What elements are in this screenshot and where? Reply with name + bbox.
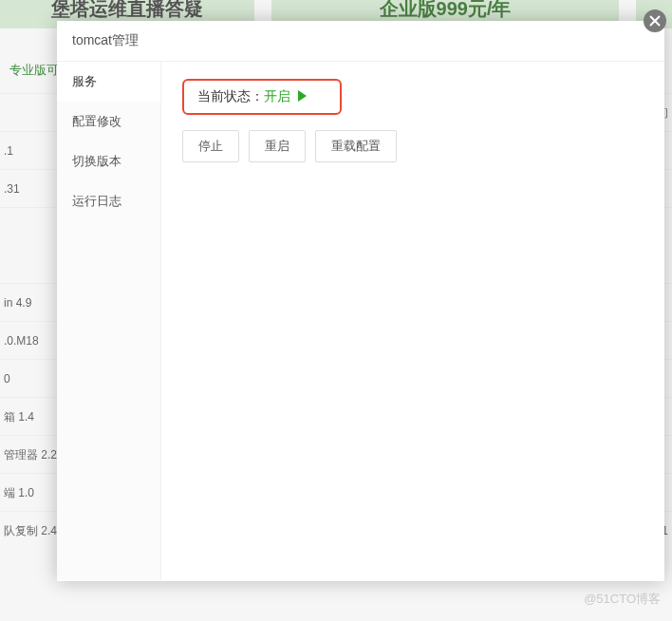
stop-button[interactable]: 停止 [182, 130, 239, 162]
sidebar-item-service[interactable]: 服务 [57, 62, 160, 102]
modal-title: tomcat管理 [57, 21, 664, 62]
close-icon [649, 15, 661, 27]
background-subhead: 专业版可 [9, 62, 59, 79]
reload-button[interactable]: 重载配置 [315, 130, 397, 162]
close-button[interactable] [644, 9, 666, 32]
status-prefix: 当前状态： [197, 88, 264, 104]
status-box: 当前状态：开启 [182, 79, 342, 115]
modal-sidebar: 服务 配置修改 切换版本 运行日志 [57, 62, 161, 580]
sidebar-item-config[interactable]: 配置修改 [57, 102, 160, 141]
tomcat-modal: tomcat管理 服务 配置修改 切换版本 运行日志 当前状态：开启 停止 重启… [57, 21, 664, 581]
watermark: @51CTO博客 [584, 591, 661, 608]
modal-panel: 当前状态：开启 停止 重启 重载配置 [161, 62, 664, 580]
status-value: 开启 [264, 88, 290, 104]
sidebar-item-version[interactable]: 切换版本 [57, 141, 160, 181]
button-row: 停止 重启 重载配置 [182, 130, 644, 162]
play-icon [298, 90, 307, 102]
sidebar-item-logs[interactable]: 运行日志 [57, 181, 160, 221]
restart-button[interactable]: 重启 [249, 130, 306, 162]
